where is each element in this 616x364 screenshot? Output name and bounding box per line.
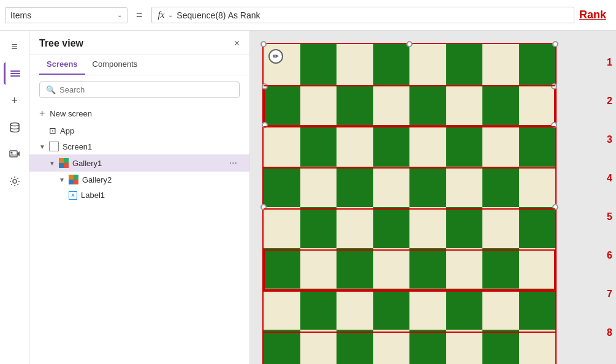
tree-items: ⊡ App ▼ Screen1 ▼ Gallery1 ···: [29, 123, 249, 364]
cell-5-0: [264, 248, 300, 289]
cell-1-5: [446, 85, 483, 126]
cell-4-2: [337, 207, 373, 248]
cell-0-5: [446, 44, 483, 85]
cell-4-0: [264, 207, 300, 248]
cell-0-0: [264, 44, 300, 85]
cell-6-7: [519, 289, 556, 330]
new-screen-label: New screen: [50, 109, 92, 118]
top-bar: Items ⌄ = fx ⌄ Sequence(8) As Rank Rank: [0, 0, 616, 31]
cell-2-6: [482, 126, 519, 167]
cell-6-4: [409, 289, 446, 330]
cell-4-7: [519, 207, 556, 248]
rank-label-7: 7: [607, 289, 612, 300]
tree-item-gallery2[interactable]: ▼ Gallery2: [29, 172, 249, 188]
svg-rect-1: [10, 73, 20, 74]
left-icon-sidebar: ≡ +: [0, 31, 29, 364]
cell-4-1: [300, 207, 337, 248]
cell-6-3: [373, 289, 410, 330]
cell-5-1: [300, 248, 337, 289]
cell-3-0: [264, 167, 300, 208]
rank-label-6: 6: [607, 250, 612, 261]
search-input[interactable]: [59, 85, 233, 94]
handle-middle-left[interactable]: [260, 204, 267, 210]
cell-4-4: [409, 207, 446, 248]
cell-2-2: [337, 126, 373, 167]
app-icon: ⊡: [49, 126, 56, 135]
app-label: App: [60, 126, 74, 135]
rank-labels: 1 2 3 4 5 6 7 8: [603, 43, 616, 352]
cell-1-3: [373, 85, 410, 126]
cell-2-1: [300, 126, 337, 167]
svg-rect-4: [10, 151, 17, 157]
handle-top-center[interactable]: [406, 41, 413, 47]
cell-0-4: [409, 44, 446, 85]
tree-item-screen1[interactable]: ▼ Screen1: [29, 138, 249, 154]
fx-label: fx: [158, 10, 165, 20]
formula-bar[interactable]: fx ⌄ Sequence(8) As Rank: [151, 7, 574, 23]
cell-4-5: [446, 207, 483, 248]
cell-0-3: [373, 44, 410, 85]
cell-6-1: [300, 289, 337, 330]
handle-middle-right[interactable]: [552, 204, 558, 210]
new-screen-button[interactable]: + New screen: [29, 104, 249, 123]
layers-button[interactable]: [4, 63, 26, 85]
tree-item-label1[interactable]: A Label1: [29, 188, 249, 203]
tree-item-gallery1[interactable]: ▼ Gallery1 ···: [29, 154, 249, 172]
dropdown-arrow-icon: ⌄: [117, 12, 122, 18]
cell-3-2: [337, 167, 373, 208]
cell-7-7: [519, 330, 556, 365]
screen1-chevron-icon: ▼: [39, 143, 45, 150]
tree-tabs: Screens Components: [29, 55, 249, 75]
cell-5-7: [519, 248, 556, 289]
cell-6-6: [482, 289, 519, 330]
label1-label: Label1: [81, 191, 105, 200]
add-button[interactable]: +: [4, 89, 26, 112]
gallery2-chevron-icon: ▼: [59, 176, 65, 183]
rank-label-4: 4: [607, 173, 612, 184]
handle-top-right[interactable]: [552, 41, 558, 47]
cell-1-6: [482, 85, 519, 126]
items-dropdown[interactable]: Items ⌄: [5, 7, 127, 23]
cell-2-0: [264, 126, 300, 167]
media-icon: [9, 148, 21, 161]
cell-7-0: [264, 330, 300, 365]
tree-item-app[interactable]: ⊡ App: [29, 123, 249, 138]
handle-top-left[interactable]: [260, 41, 267, 47]
cell-3-1: [300, 167, 337, 208]
gallery2-icon: [69, 175, 78, 184]
cell-5-5: [446, 248, 483, 289]
cell-0-2: [337, 44, 373, 85]
formula-text: Sequence(8) As Rank: [177, 10, 260, 20]
tab-screens[interactable]: Screens: [39, 55, 85, 75]
canvas-area: ✏ 1 2 3 4 5 6 7 8: [250, 31, 616, 364]
hamburger-menu-button[interactable]: ≡: [4, 36, 26, 58]
database-button[interactable]: [4, 116, 26, 138]
media-button[interactable]: [4, 143, 26, 165]
cell-7-4: [409, 330, 446, 365]
cell-7-3: [373, 330, 410, 365]
svg-rect-2: [10, 75, 20, 77]
edit-handle[interactable]: ✏: [268, 49, 283, 64]
cell-3-3: [373, 167, 410, 208]
gallery1-label: Gallery1: [72, 159, 102, 168]
cell-3-6: [482, 167, 519, 208]
settings-button[interactable]: [4, 170, 26, 192]
cell-2-4: [409, 126, 446, 167]
checkerboard[interactable]: ✏: [262, 43, 557, 364]
tree-panel: Tree view × Screens Components 🔍 + New s…: [29, 31, 250, 364]
equals-button[interactable]: =: [132, 6, 146, 24]
cell-0-1: [300, 44, 337, 85]
layers-icon: [9, 67, 21, 80]
cell-4-3: [373, 207, 410, 248]
cell-5-2: [337, 248, 373, 289]
tab-components[interactable]: Components: [85, 55, 145, 75]
gallery1-more-button[interactable]: ···: [227, 157, 240, 169]
close-tree-button[interactable]: ×: [234, 38, 240, 49]
cell-1-2: [337, 85, 373, 126]
svg-point-6: [13, 180, 17, 183]
cell-5-6: [482, 248, 519, 289]
cell-2-3: [373, 126, 410, 167]
rank-label-8: 8: [607, 327, 612, 338]
rank-label-3: 3: [607, 134, 612, 145]
gallery1-icon: [59, 158, 69, 168]
